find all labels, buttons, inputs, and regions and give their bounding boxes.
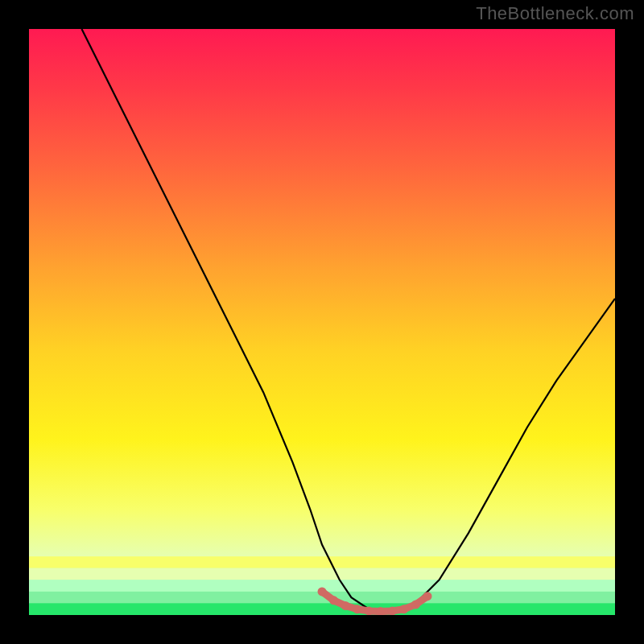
- optimal-range-dot: [388, 606, 397, 615]
- svg-rect-0: [29, 556, 615, 568]
- bottom-bands: [29, 556, 615, 615]
- svg-rect-1: [29, 568, 615, 580]
- bottleneck-chart: [29, 29, 615, 615]
- watermark-text: TheBottleneck.com: [476, 3, 634, 24]
- optimal-range-dot: [329, 596, 338, 605]
- optimal-range-dot: [423, 592, 432, 601]
- optimal-range-dot: [411, 600, 420, 609]
- plot-area: [29, 29, 615, 615]
- optimal-range-dot: [353, 605, 361, 613]
- gradient-background: [29, 29, 615, 615]
- svg-rect-4: [29, 603, 615, 615]
- chart-frame: TheBottleneck.com: [0, 0, 644, 644]
- optimal-range-dot: [365, 606, 374, 615]
- optimal-range-dot: [318, 587, 327, 596]
- optimal-range-dot: [399, 605, 408, 613]
- optimal-range-dot: [341, 601, 350, 610]
